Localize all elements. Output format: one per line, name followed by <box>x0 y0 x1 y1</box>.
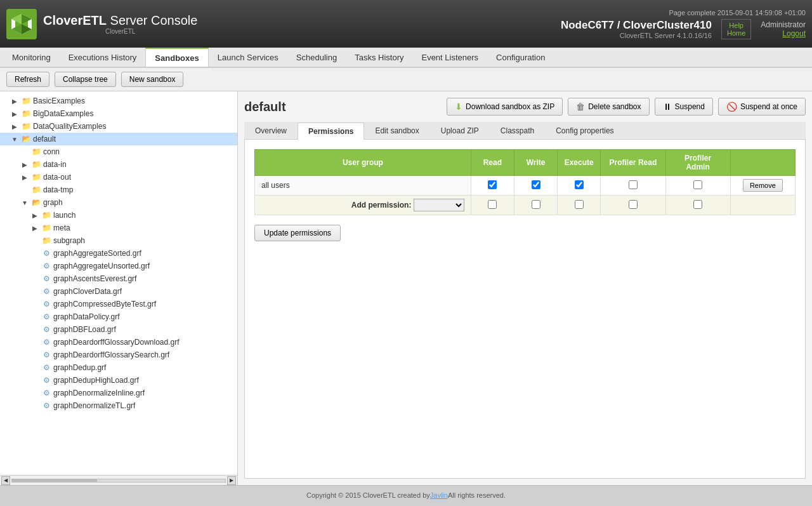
tree-toggle[interactable]: ▶ <box>10 109 19 118</box>
add-profiler-admin-checkbox[interactable] <box>693 200 702 209</box>
tree-item-meta[interactable]: ▶ 📁 meta <box>0 222 237 234</box>
table-row: all users <box>255 176 796 196</box>
tree-container[interactable]: ▶ 📁 BasicExamples ▶ 📁 BigDataExamples ▶ … <box>0 91 237 475</box>
content-area: User group Read Write Execute Profiler R… <box>244 140 806 479</box>
tree-toggle[interactable]: ▶ <box>30 211 39 220</box>
tree-item-graphaggregateUnsorted[interactable]: ⚙ graphAggregateUnsorted.grf <box>0 260 237 272</box>
delete-sandbox-button[interactable]: 🗑 Delete sandbox <box>568 98 649 116</box>
header-right: Page complete 2015-09-01 14:59:08 +01:00… <box>561 9 806 39</box>
tree-item-graphdedup[interactable]: ⚙ graphDedup.grf <box>0 361 237 374</box>
tree-item-launch[interactable]: ▶ 📁 launch <box>0 209 237 222</box>
tree-item-graphdenormalizetl[interactable]: ⚙ graphDenormalizeTL.grf <box>0 399 237 412</box>
add-read-cell <box>471 196 514 215</box>
add-permission-select[interactable]: admin all users developers managers <box>414 199 464 211</box>
new-sandbox-button[interactable]: New sandbox <box>121 72 184 87</box>
permission-execute-checkbox[interactable] <box>575 180 584 189</box>
tree-toggle[interactable]: ▼ <box>20 198 29 207</box>
add-execute-checkbox[interactable] <box>575 200 584 209</box>
remove-permission-button[interactable]: Remove <box>743 179 783 192</box>
horizontal-scrollbar[interactable]: ◀ ▶ <box>0 475 237 485</box>
add-actions-cell <box>730 196 795 215</box>
tab-overview[interactable]: Overview <box>244 122 298 139</box>
nav-configuration[interactable]: Configuration <box>487 48 554 67</box>
folder-open-icon: 📂 <box>21 134 31 144</box>
grf-file-icon: ⚙ <box>41 274 51 284</box>
tree-toggle[interactable]: ▶ <box>20 173 29 182</box>
logout-link[interactable]: Logout <box>761 29 806 38</box>
tree-item-graphdbfload[interactable]: ⚙ graphDBFLoad.grf <box>0 323 237 336</box>
tab-permissions[interactable]: Permissions <box>298 123 364 140</box>
footer-text-before: Copyright © 2015 CloverETL created by <box>306 491 430 499</box>
tree-item-default[interactable]: ▼ 📂 default <box>0 133 237 145</box>
help-home[interactable]: Help Home <box>721 19 751 39</box>
download-icon: ⬇ <box>455 102 462 112</box>
tree-item-data-tmp[interactable]: 📁 data-tmp <box>0 183 237 196</box>
nav-launch-services[interactable]: Launch Services <box>209 48 287 67</box>
tree-item-subgraph[interactable]: 📁 subgraph <box>0 234 237 247</box>
server-version: CloverETL Server 4.1.0.16/16 <box>561 32 712 39</box>
server-name: NodeC6T7 / CloverCluster410 <box>561 19 712 32</box>
tree-item-conn[interactable]: 📁 conn <box>0 145 237 158</box>
tree-item-data-in[interactable]: ▶ 📁 data-in <box>0 158 237 171</box>
permissions-table: User group Read Write Execute Profiler R… <box>254 149 796 215</box>
scroll-left-arrow[interactable]: ◀ <box>1 476 10 485</box>
tree-item-graphaggregatesorted[interactable]: ⚙ graphAggregateSorted.grf <box>0 247 237 260</box>
nav-event-listeners[interactable]: Event Listeners <box>412 48 487 67</box>
tree-item-graph[interactable]: ▼ 📂 graph <box>0 196 237 209</box>
suspend-once-button[interactable]: 🚫 Suspend at once <box>718 98 806 116</box>
tree-item-dataqualityexamples[interactable]: ▶ 📁 DataQualityExamples <box>0 120 237 133</box>
scrollbar-track[interactable] <box>11 479 226 483</box>
grf-file-icon: ⚙ <box>41 350 51 360</box>
nav-sandboxes[interactable]: Sandboxes <box>145 48 208 67</box>
add-permission-row: Add permission: admin all users develope… <box>255 196 796 215</box>
tree-item-graphdatapolicy[interactable]: ⚙ graphDataPolicy.grf <box>0 310 237 323</box>
suspend-button[interactable]: ⏸ Suspend <box>655 98 713 116</box>
tree-item-graphdeardorffglossarydownload[interactable]: ⚙ graphDeardorffGlossaryDownload.grf <box>0 336 237 349</box>
permission-write-checkbox[interactable] <box>532 180 540 189</box>
collapse-tree-button[interactable]: Collapse tree <box>55 72 116 87</box>
footer-link[interactable]: Javlin <box>430 491 448 499</box>
tab-upload-zip[interactable]: Upload ZIP <box>430 122 490 139</box>
update-permissions-button[interactable]: Update permissions <box>254 225 341 241</box>
grf-file-icon: ⚙ <box>41 388 51 398</box>
scroll-right-arrow[interactable]: ▶ <box>227 476 236 485</box>
tree-item-graphcloverdata[interactable]: ⚙ graphCloverData.grf <box>0 285 237 298</box>
nav-monitoring[interactable]: Monitoring <box>3 48 60 67</box>
tree-toggle[interactable]: ▼ <box>10 135 19 143</box>
permission-profiler-admin-checkbox[interactable] <box>693 180 702 189</box>
folder-closed-icon: 📁 <box>31 159 41 170</box>
tab-classpath[interactable]: Classpath <box>490 122 545 139</box>
add-write-checkbox[interactable] <box>532 200 540 209</box>
tree-toggle[interactable]: ▶ <box>30 223 39 232</box>
tree-toggle[interactable]: ▶ <box>20 160 29 169</box>
nav-scheduling[interactable]: Scheduling <box>287 48 346 67</box>
tree-item-basicexamples[interactable]: ▶ 📁 BasicExamples <box>0 95 237 107</box>
scrollbar-thumb[interactable] <box>12 479 97 482</box>
tree-toggle-spacer <box>20 147 29 156</box>
tree-item-graphdeduphighload[interactable]: ⚙ graphDedupHighLoad.grf <box>0 374 237 387</box>
add-profiler-read-checkbox[interactable] <box>629 200 638 209</box>
col-header-execute: Execute <box>558 150 601 176</box>
tree-item-data-out[interactable]: ▶ 📁 data-out <box>0 171 237 183</box>
add-permission-label: Add permission: admin all users develope… <box>255 196 471 215</box>
tab-config-properties[interactable]: Config properties <box>545 122 624 139</box>
download-sandbox-button[interactable]: ⬇ Download sandbox as ZIP <box>447 98 563 116</box>
delete-icon: 🗑 <box>576 102 585 112</box>
logo-box <box>6 9 37 39</box>
tree-item-graphdeardorffglossarysearch[interactable]: ⚙ graphDeardorffGlossarySearch.grf <box>0 349 237 361</box>
toolbar: Refresh Collapse tree New sandbox <box>0 68 812 91</box>
tree-item-graphdenormalizeinline[interactable]: ⚙ graphDenormalizeInline.grf <box>0 387 237 399</box>
permission-read-checkbox[interactable] <box>488 180 497 189</box>
tab-edit-sandbox[interactable]: Edit sandbox <box>364 122 429 139</box>
add-read-checkbox[interactable] <box>488 200 497 209</box>
nav-tasks-history[interactable]: Tasks History <box>346 48 412 67</box>
permission-profiler-read-checkbox[interactable] <box>629 180 638 189</box>
permission-profiler-read-cell <box>601 176 665 196</box>
tree-item-graphascentseverest[interactable]: ⚙ graphAscentsEverest.grf <box>0 272 237 285</box>
tree-toggle[interactable]: ▶ <box>10 122 19 131</box>
tree-item-graphcompressedbytetest[interactable]: ⚙ graphCompressedByteTest.grf <box>0 298 237 310</box>
nav-executions-history[interactable]: Executions History <box>60 48 146 67</box>
tree-item-bigdataexamples[interactable]: ▶ 📁 BigDataExamples <box>0 107 237 120</box>
tree-toggle[interactable]: ▶ <box>10 97 19 105</box>
refresh-button[interactable]: Refresh <box>6 72 49 87</box>
